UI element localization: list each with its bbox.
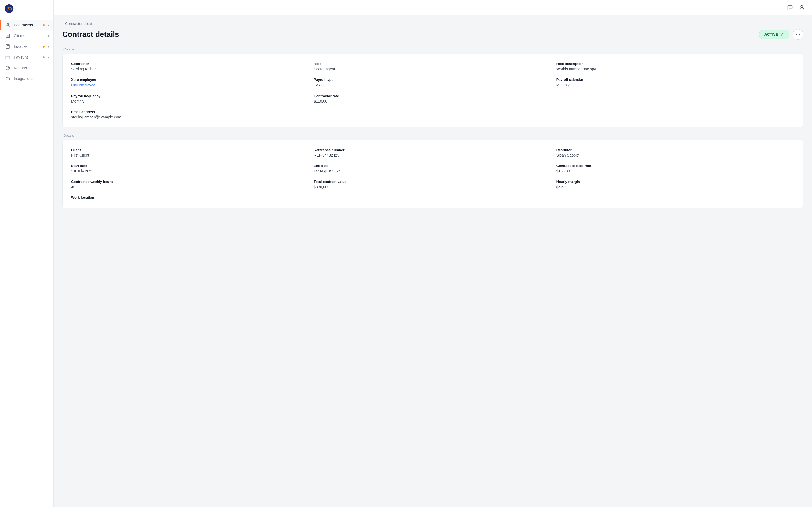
details-fields-grid: Client First Client Reference number REF… — [71, 148, 795, 201]
payroll-frequency-field-value: Monthly — [71, 99, 309, 103]
reports-label: Reports — [14, 66, 49, 70]
contractor-field-value: Sterling Archer — [71, 67, 309, 71]
main-area: ‹ Contractor details Contract details AC… — [54, 0, 812, 507]
role-description-field-value: Worlds number one spy — [557, 67, 795, 71]
content-area: ‹ Contractor details Contract details AC… — [54, 15, 812, 507]
contractors-dot — [43, 24, 45, 26]
user-profile-button[interactable] — [798, 4, 806, 11]
recruiter-field-value: Sloan Sabbith — [557, 153, 795, 157]
field-work-location: Work location — [71, 195, 309, 201]
recruiter-field-label: Recruiter — [557, 148, 795, 152]
sidebar-item-reports[interactable]: Reports — [0, 63, 53, 73]
details-card: Client First Client Reference number REF… — [62, 140, 803, 208]
reference-number-field-value: REF-34432423 — [313, 153, 552, 157]
contract-billable-rate-field-label: Contract billable rate — [557, 164, 795, 168]
payroll-calendar-field-value: Monthly — [557, 83, 795, 87]
field-payroll-calendar: Payroll calendar Monthly — [557, 77, 795, 88]
email-address-field-label: Email address — [71, 110, 309, 114]
payroll-type-field-label: Payroll type — [313, 77, 552, 81]
contracted-weekly-hours-field-value: 40 — [71, 185, 309, 189]
svg-rect-5 — [6, 56, 10, 59]
sidebar-item-pay-runs[interactable]: Pay runs ▾ — [0, 52, 53, 63]
work-location-field-label: Work location — [71, 195, 309, 200]
role-field-value: Secret agent — [313, 67, 552, 71]
field-client: Client First Client — [71, 148, 309, 157]
field-xero-employee: Xero employee Link employee — [71, 77, 309, 88]
hourly-margin-field-label: Hourly margin — [557, 180, 795, 184]
contractor-field-label: Contractor — [71, 62, 309, 66]
contractor-card: Contractor Sterling Archer Role Secret a… — [62, 54, 803, 127]
contractors-chevron: ▾ — [48, 23, 49, 26]
total-contract-value-field-label: Total contract value — [313, 180, 552, 184]
svg-point-7 — [801, 5, 803, 7]
pay-runs-label: Pay runs — [14, 55, 40, 59]
page-title: Contract details — [62, 30, 119, 39]
payroll-calendar-field-label: Payroll calendar — [557, 77, 795, 81]
logo-area — [0, 0, 53, 17]
field-recruiter: Recruiter Sloan Sabbith — [557, 148, 795, 157]
field-contractor-rate: Contractor rate $110.00 — [313, 94, 552, 103]
field-hourly-margin: Hourly margin $6.50 — [557, 180, 795, 189]
header-actions: ACTIVE ✓ ⋯ — [759, 29, 803, 40]
xero-employee-field-label: Xero employee — [71, 77, 309, 81]
chart-icon — [5, 65, 10, 71]
field-contractor: Contractor Sterling Archer — [71, 62, 309, 71]
hourly-margin-field-value: $6.50 — [557, 185, 795, 189]
sidebar-nav: Contractors ▾ Clients ▾ Invoices ▾ Pay r… — [0, 17, 53, 507]
wallet-icon — [5, 55, 10, 60]
end-date-field-value: 1st August 2024 — [313, 169, 552, 173]
page-header: Contract details ACTIVE ✓ ⋯ — [62, 29, 803, 40]
svg-rect-3 — [6, 34, 10, 38]
contract-billable-rate-field-value: $150.00 — [557, 169, 795, 173]
status-badge[interactable]: ACTIVE ✓ — [759, 30, 790, 40]
invoices-label: Invoices — [14, 44, 40, 49]
client-field-value: First Client — [71, 153, 309, 157]
end-date-field-label: End date — [313, 164, 552, 168]
invoices-chevron: ▾ — [48, 45, 49, 48]
contractors-label: Contractors — [14, 23, 40, 27]
role-field-label: Role — [313, 62, 552, 66]
client-field-label: Client — [71, 148, 309, 152]
link-employee-button[interactable]: Link employee — [71, 83, 95, 87]
field-end-date: End date 1st August 2024 — [313, 164, 552, 173]
back-arrow-icon: ‹ — [62, 22, 63, 25]
sidebar-item-contractors[interactable]: Contractors ▾ — [0, 19, 53, 30]
field-email-address: Email address sterling.archer@example.co… — [71, 110, 309, 119]
start-date-field-value: 1st July 2023 — [71, 169, 309, 173]
sidebar-item-clients[interactable]: Clients ▾ — [0, 30, 53, 41]
sidebar-item-invoices[interactable]: Invoices ▾ — [0, 41, 53, 52]
field-role-description: Role description Worlds number one spy — [557, 62, 795, 71]
ellipsis-icon: ⋯ — [796, 32, 801, 37]
field-empty-1 — [557, 94, 795, 103]
reference-number-field-label: Reference number — [313, 148, 552, 152]
field-contracted-weekly-hours: Contracted weekly hours 40 — [71, 180, 309, 189]
building-icon — [5, 33, 10, 39]
messages-button[interactable] — [786, 4, 794, 11]
contracted-weekly-hours-field-label: Contracted weekly hours — [71, 180, 309, 184]
checkmark-icon: ✓ — [780, 32, 784, 37]
payroll-type-field-value: PAYG — [313, 83, 552, 87]
app-logo — [4, 4, 14, 13]
field-payroll-type: Payroll type PAYG — [313, 77, 552, 88]
field-contract-billable-rate: Contract billable rate $150.00 — [557, 164, 795, 173]
total-contract-value-field-value: $336,000 — [313, 185, 552, 189]
start-date-field-label: Start date — [71, 164, 309, 168]
payroll-frequency-field-label: Payroll frequency — [71, 94, 309, 98]
sidebar-item-integrations[interactable]: Integrations — [0, 73, 53, 84]
invoice-icon — [5, 44, 10, 49]
breadcrumb[interactable]: ‹ Contractor details — [62, 21, 803, 26]
integrations-label: Integrations — [14, 76, 49, 81]
clients-chevron: ▾ — [48, 35, 49, 37]
pay-runs-chevron: ▾ — [48, 56, 49, 59]
sidebar: Contractors ▾ Clients ▾ Invoices ▾ Pay r… — [0, 0, 54, 507]
topbar — [54, 0, 812, 15]
contractor-section-label: Contractor — [63, 47, 803, 51]
more-options-button[interactable]: ⋯ — [793, 29, 803, 40]
field-start-date: Start date 1st July 2023 — [71, 164, 309, 173]
field-role: Role Secret agent — [313, 62, 552, 71]
role-description-field-label: Role description — [557, 62, 795, 66]
contractor-rate-field-label: Contractor rate — [313, 94, 552, 98]
pay-runs-dot — [43, 56, 45, 58]
cloud-icon — [5, 76, 10, 81]
email-address-field-value: sterling.archer@example.com — [71, 115, 309, 119]
